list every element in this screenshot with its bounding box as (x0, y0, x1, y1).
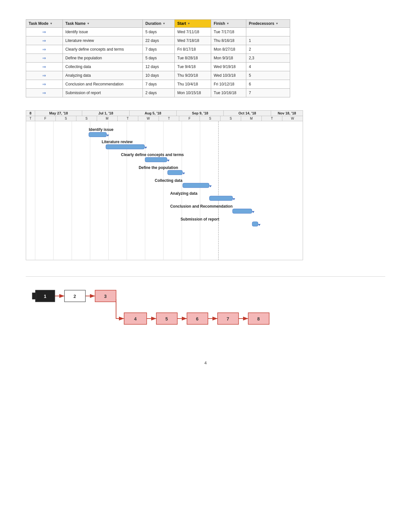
table-row: ⇒Analyzing data10 daysThu 9/20/18Wed 10/… (26, 71, 290, 80)
task-name-cell: Clearly define concepts and terms (63, 45, 142, 54)
node-3-label: 3 (104, 294, 107, 299)
task-duration-cell: 2 days (142, 89, 174, 97)
node-4-label: 4 (134, 316, 137, 321)
task-duration-cell: 7 days (142, 45, 174, 54)
task-predecessors-cell: 4 (246, 63, 290, 71)
task-predecessors-cell: 1 (246, 36, 290, 45)
gantt-arrow-5 (209, 185, 212, 187)
node-7-label: 7 (227, 316, 229, 321)
gantt-arrow-4 (182, 172, 185, 174)
task-name-cell: Conclusion and Recommendation (63, 80, 142, 89)
gantt-bar-6 (210, 196, 233, 201)
gantt-bar-5 (183, 183, 209, 188)
task-predecessors-cell: 5 (246, 71, 290, 80)
gantt-period-jul: Jul 1, '18 (82, 111, 129, 116)
task-finish-cell: Tue 10/16/18 (211, 89, 246, 97)
task-name-cell: Define the population (63, 54, 142, 63)
task-start-cell: Wed 7/18/18 (175, 36, 211, 45)
table-section: Task Mode ▼ Task Name ▼ Duration ▼ (26, 19, 385, 97)
task-mode-icon: ⇒ (42, 82, 46, 87)
task-duration-cell: 12 days (142, 63, 174, 71)
gantt-day-m2: M (241, 116, 262, 121)
task-finish-cell: Mon 8/27/18 (211, 45, 246, 54)
sort-arrow-name: ▼ (87, 22, 90, 25)
table-row: ⇒Collecting data12 daysTue 9/4/18Wed 9/1… (26, 63, 290, 71)
table-row: ⇒Define the population5 daysTue 8/28/18M… (26, 54, 290, 63)
network-svg: 1 2 3 4 5 6 7 8 (26, 283, 303, 341)
task-mode-icon: ⇒ (42, 64, 46, 69)
sort-arrow-pred: ▼ (276, 22, 279, 25)
gantt-body: Identify issue Literature review Clearly… (26, 121, 303, 260)
gantt-label-3: Clearly define concepts and terms (121, 153, 184, 157)
task-predecessors-cell (246, 28, 290, 36)
task-start-cell: Tue 8/28/18 (175, 54, 211, 63)
gantt-period-oct: Oct 14, '18 (224, 111, 271, 116)
node-5-label: 5 (165, 316, 168, 321)
task-mode-cell: ⇒ (26, 71, 63, 80)
sort-arrow-finish: ▼ (226, 22, 229, 25)
gantt-chart-container: 8 May 27, '18 Jul 1, '18 Aug 5, '18 Sep … (26, 110, 303, 260)
gantt-period-may: May 27, '18 (35, 111, 82, 116)
task-predecessors-cell: 2,3 (246, 54, 290, 63)
task-mode-cell: ⇒ (26, 80, 63, 89)
task-predecessors-cell: 2 (246, 45, 290, 54)
node-1-label: 1 (44, 294, 46, 299)
page-number: 4 (26, 360, 385, 365)
gantt-arrow-7 (252, 211, 254, 213)
task-mode-cell: ⇒ (26, 54, 63, 63)
node-1-left (32, 293, 36, 299)
task-start-cell: Mon 10/15/18 (175, 89, 211, 97)
gantt-bar-2 (106, 144, 144, 149)
task-predecessors-cell: 7 (246, 89, 290, 97)
node-2-label: 2 (73, 294, 76, 299)
table-row: ⇒Identify issue5 daysWed 7/11/18Tue 7/17… (26, 28, 290, 36)
gantt-arrow-2 (144, 147, 147, 149)
gantt-day-t4: T (262, 116, 282, 121)
task-mode-icon: ⇒ (42, 73, 46, 78)
gantt-label-2: Literature review (102, 140, 132, 144)
task-finish-cell: Wed 10/3/18 (211, 71, 246, 80)
th-predecessors: Predecessors ▼ (246, 20, 290, 28)
gantt-day-t3: T (159, 116, 180, 121)
task-duration-cell: 22 days (142, 36, 174, 45)
gantt-bar-4 (168, 170, 182, 175)
gantt-day-s3: S (200, 116, 220, 121)
gantt-bar-3 (145, 157, 167, 162)
gantt-day-w1: W (138, 116, 159, 121)
sort-arrow-mode: ▼ (50, 22, 53, 25)
gantt-day-w2: W (282, 116, 303, 121)
gantt-col-8: 8 (26, 111, 35, 116)
network-container: 1 2 3 4 5 6 7 8 (26, 283, 303, 341)
network-section: 1 2 3 4 5 6 7 8 (26, 276, 385, 341)
task-start-cell: Fri 8/17/18 (175, 45, 211, 54)
task-mode-icon: ⇒ (42, 38, 46, 43)
gantt-label-5: Collecting data (155, 178, 182, 183)
gantt-day-s1: S (56, 116, 76, 121)
sort-arrow-duration: ▼ (162, 22, 165, 25)
gantt-bar-8 (252, 222, 258, 226)
task-name-cell: Analyzing data (63, 71, 142, 80)
table-row: ⇒Conclusion and Recommendation7 daysThu … (26, 80, 290, 89)
task-name-cell: Collecting data (63, 63, 142, 71)
task-mode-cell: ⇒ (26, 36, 63, 45)
task-start-cell: Tue 9/4/18 (175, 63, 211, 71)
task-start-cell: Wed 7/11/18 (175, 28, 211, 36)
task-predecessors-cell: 6 (246, 80, 290, 89)
task-mode-cell: ⇒ (26, 28, 63, 36)
task-name-cell: Identify issue (63, 28, 142, 36)
task-start-cell: Thu 9/20/18 (175, 71, 211, 80)
gantt-svg: Identify issue Literature review Clearly… (26, 121, 303, 260)
sort-arrow-start: ▼ (187, 22, 190, 25)
th-task-name: Task Name ▼ (63, 20, 142, 28)
gantt-bar-1 (89, 132, 107, 137)
th-finish: Finish ▼ (211, 20, 246, 28)
gantt-label-7: Conclusion and Recommendation (170, 204, 233, 209)
node-8-label: 8 (257, 316, 260, 321)
gantt-day-s2: S (76, 116, 97, 121)
gantt-label-1: Identify issue (89, 127, 114, 132)
th-task-mode: Task Mode ▼ (26, 20, 63, 28)
task-finish-cell: Wed 9/19/18 (211, 63, 246, 71)
table-row: ⇒Submission of report2 daysMon 10/15/18T… (26, 89, 290, 97)
gantt-day-m1: M (97, 116, 118, 121)
gantt-arrow-1 (106, 134, 109, 136)
